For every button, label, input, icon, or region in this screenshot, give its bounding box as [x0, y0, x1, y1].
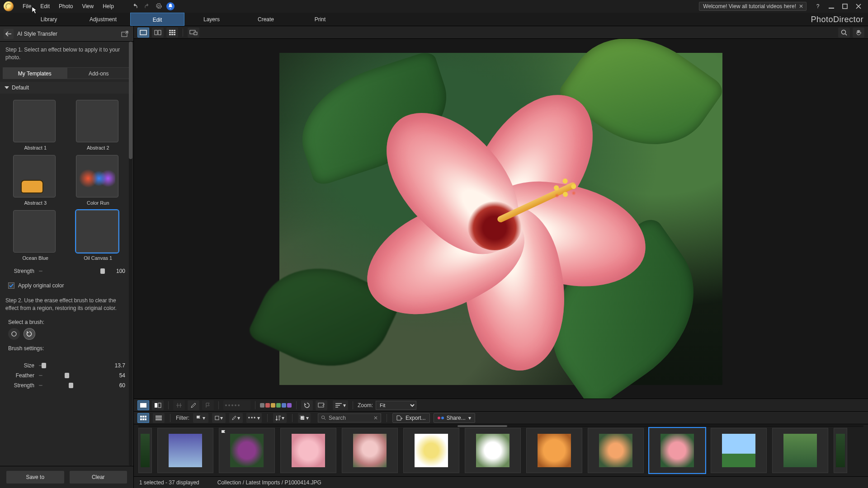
export-button[interactable]: Export... — [392, 413, 430, 423]
rating-stars-icon[interactable] — [223, 400, 250, 410]
zoom-select[interactable]: Fit — [376, 401, 416, 410]
restore-brush-button[interactable] — [24, 328, 35, 340]
filmstrip-item[interactable] — [711, 428, 767, 473]
welcome-banner[interactable]: Welcome! View all tutorial videos here!✕ — [699, 2, 807, 11]
view-compare-icon[interactable] — [152, 28, 164, 38]
thumb-size-small-icon[interactable] — [137, 413, 149, 423]
svg-rect-4 — [140, 30, 146, 35]
notifications-icon[interactable] — [165, 0, 176, 12]
menu-help[interactable]: Help — [98, 0, 118, 13]
crop-overlay-icon[interactable] — [316, 400, 327, 410]
style-color-run[interactable]: Color Run — [71, 155, 126, 206]
tab-layers[interactable]: Layers — [184, 13, 239, 26]
module-bar: Library Adjustment Edit Layers Create Pr… — [0, 13, 868, 26]
tab-create[interactable]: Create — [239, 13, 293, 26]
filmstrip-item[interactable] — [465, 428, 521, 473]
scrollbar-thumb[interactable] — [129, 42, 132, 159]
window-minimize-icon[interactable] — [826, 1, 836, 11]
redo-icon[interactable] — [141, 0, 153, 12]
clear-button[interactable]: Clear — [70, 471, 127, 483]
bstrength-value: 60 — [107, 382, 125, 389]
tab-my-templates[interactable]: My Templates — [3, 67, 67, 79]
filmstrip[interactable] — [134, 424, 868, 476]
filmstrip-item[interactable] — [157, 428, 213, 473]
menu-edit[interactable]: Edit — [36, 0, 54, 13]
zoom-tool-icon[interactable] — [838, 28, 850, 38]
filter-label-dropdown[interactable]: ▾ — [212, 413, 226, 423]
mirror-icon[interactable] — [173, 400, 185, 410]
filmstrip-scrollbar[interactable] — [138, 425, 863, 427]
feather-slider[interactable] — [39, 372, 103, 379]
style-abstract-3[interactable]: Abstract 3 — [8, 155, 63, 206]
erase-brush-button[interactable] — [8, 328, 20, 340]
bstrength-slider[interactable] — [39, 382, 103, 389]
style-ocean-blue[interactable]: Ocean Blue — [8, 210, 63, 261]
histogram-split-icon[interactable] — [152, 400, 164, 410]
view-grid-icon[interactable] — [166, 28, 178, 38]
svg-rect-30 — [156, 416, 162, 417]
apply-original-color-checkbox[interactable]: Apply original color — [0, 279, 133, 292]
help-icon[interactable]: ? — [813, 1, 823, 11]
image-viewer[interactable] — [134, 39, 868, 399]
svg-rect-24 — [140, 416, 142, 418]
share-button[interactable]: Share... ▾ — [434, 413, 475, 423]
filmstrip-item[interactable] — [588, 428, 644, 473]
strength-slider[interactable] — [39, 268, 103, 274]
size-slider[interactable] — [39, 362, 103, 369]
filter-more-dropdown[interactable]: •••▾ — [246, 413, 262, 423]
sort-order-icon[interactable]: ▾ — [273, 413, 287, 423]
style-label: Abstract 2 — [87, 145, 109, 150]
pan-tool-icon[interactable] — [853, 28, 864, 38]
filmstrip-item[interactable] — [138, 428, 152, 473]
svg-rect-31 — [156, 418, 162, 418]
menu-view[interactable]: View — [77, 0, 98, 13]
style-abstract-2[interactable]: Abstract 2 — [71, 100, 126, 150]
svg-rect-7 — [169, 30, 171, 31]
tab-addons[interactable]: Add-ons — [67, 67, 131, 79]
tab-adjustment[interactable]: Adjustment — [76, 13, 130, 26]
style-oil-canvas-1[interactable]: Oil Canvas 1 — [71, 210, 126, 261]
search-input[interactable]: Search ✕ — [318, 413, 381, 422]
popout-icon[interactable] — [120, 29, 130, 39]
section-default[interactable]: Default — [0, 82, 133, 94]
settings-icon[interactable] — [153, 0, 165, 12]
brush-icon[interactable] — [188, 400, 199, 410]
histogram-show-icon[interactable] — [137, 400, 149, 410]
filmstrip-item[interactable] — [834, 428, 847, 473]
tab-print[interactable]: Print — [293, 13, 347, 26]
secondary-display-icon[interactable] — [188, 28, 199, 38]
color-label-swatches[interactable] — [260, 403, 292, 408]
undo-icon[interactable] — [129, 0, 141, 12]
menu-photo[interactable]: Photo — [54, 0, 77, 13]
share-label: Share... — [447, 415, 466, 421]
tab-edit[interactable]: Edit — [130, 13, 184, 26]
close-icon[interactable]: ✕ — [799, 3, 803, 9]
brand-label: PhotoDirector — [811, 13, 863, 26]
filmstrip-item[interactable] — [342, 428, 398, 473]
filter-edit-dropdown[interactable]: ▾ — [229, 413, 243, 423]
filter-flag-dropdown[interactable]: ▾ — [193, 413, 208, 423]
save-to-button[interactable]: Save to — [6, 471, 64, 483]
window-maximize-icon[interactable] — [840, 1, 850, 11]
clear-search-icon[interactable]: ✕ — [373, 415, 378, 421]
strength-label: Strength — [8, 268, 34, 274]
view-single-icon[interactable] — [137, 28, 149, 38]
style-abstract-1[interactable]: Abstract 1 — [8, 100, 63, 150]
flag-icon[interactable] — [202, 400, 214, 410]
rotate-icon[interactable] — [301, 400, 313, 410]
sort-icon[interactable]: ▾ — [333, 400, 348, 410]
status-path: Collection / Latest Imports / P1000414.J… — [217, 479, 321, 486]
filmstrip-item[interactable] — [280, 428, 336, 473]
filmstrip-item[interactable] — [219, 428, 275, 473]
menu-file[interactable]: File — [18, 0, 36, 13]
stack-icon[interactable]: ▾ — [298, 413, 311, 423]
filmstrip-item[interactable] — [772, 428, 828, 473]
thumb-list-icon[interactable] — [153, 413, 165, 423]
filmstrip-item[interactable] — [403, 428, 459, 473]
filmstrip-item-selected[interactable] — [649, 428, 705, 473]
back-button[interactable] — [4, 29, 14, 39]
filmstrip-item[interactable] — [526, 428, 582, 473]
window-close-icon[interactable] — [854, 1, 863, 11]
svg-rect-6 — [158, 30, 161, 35]
tab-library[interactable]: Library — [22, 13, 76, 26]
